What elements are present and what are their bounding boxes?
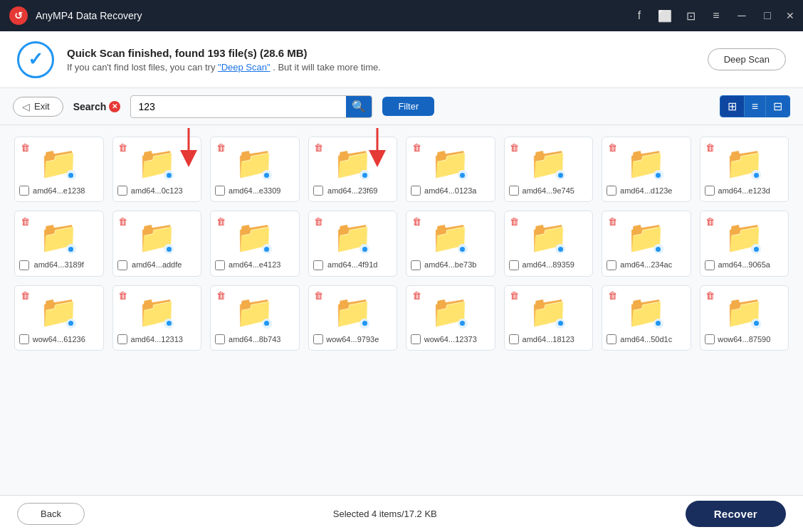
facebook-icon[interactable]: f bbox=[632, 9, 646, 22]
file-checkbox[interactable] bbox=[705, 186, 715, 196]
delete-button[interactable]: 🗑 bbox=[705, 142, 716, 153]
file-item[interactable]: 🗑 📁 amd64...0123a bbox=[406, 137, 495, 202]
file-item[interactable]: 🗑 📁 amd64...addfe bbox=[112, 211, 202, 276]
file-name: amd64...0123a bbox=[423, 186, 478, 196]
exit-button[interactable]: ◁ Exit bbox=[13, 97, 63, 117]
delete-button[interactable]: 🗑 bbox=[117, 290, 129, 302]
delete-button[interactable]: 🗑 bbox=[313, 142, 325, 153]
delete-button[interactable]: 🗑 bbox=[607, 216, 618, 227]
file-checkbox[interactable] bbox=[705, 260, 715, 270]
file-item[interactable]: 🗑 📁 amd64...9e745 bbox=[504, 137, 594, 202]
file-item[interactable]: 🗑 📁 wow64...87590 bbox=[700, 285, 789, 351]
file-item[interactable]: 🗑 📁 amd64...e3309 bbox=[210, 137, 300, 202]
delete-button[interactable]: 🗑 bbox=[117, 216, 129, 227]
file-checkbox[interactable] bbox=[607, 334, 616, 344]
delete-button[interactable]: 🗑 bbox=[313, 216, 325, 227]
file-item[interactable]: 🗑 📁 amd64...89359 bbox=[504, 211, 594, 276]
detail-view-button[interactable]: ⊟ bbox=[765, 96, 789, 117]
grid-view-button[interactable]: ⊞ bbox=[720, 96, 744, 117]
delete-button[interactable]: 🗑 bbox=[117, 142, 129, 153]
file-checkbox[interactable] bbox=[215, 334, 225, 344]
file-item[interactable]: 🗑 📁 amd64...d123e bbox=[602, 137, 691, 202]
file-checkbox[interactable] bbox=[411, 186, 421, 196]
file-checkbox[interactable] bbox=[19, 186, 29, 196]
menu-icon[interactable]: ≡ bbox=[709, 9, 723, 22]
delete-button[interactable]: 🗑 bbox=[215, 290, 226, 302]
file-item[interactable]: 🗑 📁 wow64...61236 bbox=[14, 285, 104, 351]
file-item[interactable]: 🗑 📁 amd64...e1238 bbox=[14, 137, 104, 202]
file-checkbox[interactable] bbox=[607, 186, 616, 196]
file-checkbox[interactable] bbox=[509, 186, 519, 196]
delete-button[interactable]: 🗑 bbox=[607, 290, 618, 302]
file-checkbox[interactable] bbox=[313, 334, 323, 344]
search-input[interactable] bbox=[131, 96, 346, 117]
delete-button[interactable]: 🗑 bbox=[705, 216, 716, 227]
filter-button[interactable]: Filter bbox=[382, 97, 434, 116]
file-checkbox[interactable] bbox=[705, 334, 715, 344]
back-button[interactable]: Back bbox=[17, 503, 85, 525]
delete-button[interactable]: 🗑 bbox=[509, 290, 520, 302]
trash-icon: 🗑 bbox=[412, 216, 421, 227]
file-checkbox[interactable] bbox=[607, 260, 616, 270]
file-item[interactable]: 🗑 📁 amd64...9065a bbox=[700, 211, 789, 276]
recover-button[interactable]: Recover bbox=[686, 501, 786, 527]
file-item[interactable]: 🗑 📁 amd64...234ac bbox=[602, 211, 691, 276]
file-badge bbox=[359, 319, 369, 329]
file-item[interactable]: 🗑 📁 amd64...8b743 bbox=[210, 285, 300, 351]
search-label: Search ✕ bbox=[73, 101, 121, 112]
file-item[interactable]: 🗑 📁 amd64...0c123 bbox=[112, 137, 202, 202]
file-badge bbox=[751, 319, 761, 329]
file-item[interactable]: 🗑 📁 wow64...9793e bbox=[308, 285, 398, 351]
maximize-icon[interactable]: □ bbox=[760, 9, 775, 22]
delete-button[interactable]: 🗑 bbox=[215, 142, 226, 153]
file-checkbox[interactable] bbox=[313, 260, 323, 270]
file-name: amd64...d123e bbox=[619, 186, 673, 196]
file-checkbox[interactable] bbox=[117, 186, 127, 196]
delete-button[interactable]: 🗑 bbox=[411, 142, 422, 153]
delete-button[interactable]: 🗑 bbox=[19, 216, 31, 227]
close-icon[interactable]: ✕ bbox=[786, 10, 794, 21]
minimize-icon[interactable]: ─ bbox=[735, 9, 749, 22]
delete-button[interactable]: 🗑 bbox=[607, 142, 618, 153]
file-item[interactable]: 🗑 📁 amd64...e4123 bbox=[210, 211, 300, 276]
deep-scan-link[interactable]: "Deep Scan" bbox=[218, 62, 271, 73]
file-item[interactable]: 🗑 📁 wow64...12373 bbox=[406, 285, 495, 351]
delete-button[interactable]: 🗑 bbox=[313, 290, 325, 302]
delete-button[interactable]: 🗑 bbox=[411, 290, 422, 302]
delete-button[interactable]: 🗑 bbox=[705, 290, 716, 302]
delete-button[interactable]: 🗑 bbox=[411, 216, 422, 227]
delete-button[interactable]: 🗑 bbox=[509, 216, 520, 227]
file-checkbox[interactable] bbox=[509, 334, 519, 344]
status-title: Quick Scan finished, found 193 file(s) (… bbox=[67, 47, 708, 59]
delete-button[interactable]: 🗑 bbox=[19, 290, 31, 302]
delete-button[interactable]: 🗑 bbox=[215, 216, 226, 227]
search-clear-button[interactable]: ✕ bbox=[109, 101, 120, 112]
file-checkbox[interactable] bbox=[19, 260, 29, 270]
search-button[interactable]: 🔍 bbox=[346, 96, 372, 117]
file-checkbox[interactable] bbox=[215, 186, 225, 196]
file-checkbox[interactable] bbox=[117, 334, 127, 344]
file-checkbox[interactable] bbox=[411, 260, 421, 270]
file-item[interactable]: 🗑 📁 amd64...18123 bbox=[504, 285, 594, 351]
file-checkbox[interactable] bbox=[509, 260, 519, 270]
file-item[interactable]: 🗑 📁 amd64...e123d bbox=[700, 137, 789, 202]
file-checkbox[interactable] bbox=[117, 260, 127, 270]
file-item[interactable]: 🗑 📁 amd64...12313 bbox=[112, 285, 202, 351]
delete-button[interactable]: 🗑 bbox=[509, 142, 520, 153]
trash-icon: 🗑 bbox=[608, 290, 617, 301]
file-badge bbox=[262, 170, 272, 180]
file-checkbox[interactable] bbox=[19, 334, 29, 344]
file-item[interactable]: 🗑 📁 amd64...23f69 bbox=[308, 137, 398, 202]
file-checkbox[interactable] bbox=[313, 186, 323, 196]
file-item[interactable]: 🗑 📁 amd64...3189f bbox=[14, 211, 104, 276]
file-item[interactable]: 🗑 📁 amd64...4f91d bbox=[308, 211, 398, 276]
camera-icon[interactable]: ⊡ bbox=[683, 9, 698, 23]
file-checkbox[interactable] bbox=[411, 334, 421, 344]
list-view-button[interactable]: ≡ bbox=[744, 96, 765, 117]
file-item[interactable]: 🗑 📁 amd64...50d1c bbox=[602, 285, 691, 351]
message-icon[interactable]: ⬜ bbox=[658, 9, 672, 23]
file-item[interactable]: 🗑 📁 amd64...be73b bbox=[406, 211, 495, 276]
delete-button[interactable]: 🗑 bbox=[19, 142, 31, 153]
file-checkbox[interactable] bbox=[215, 260, 225, 270]
deep-scan-button[interactable]: Deep Scan bbox=[708, 48, 786, 70]
